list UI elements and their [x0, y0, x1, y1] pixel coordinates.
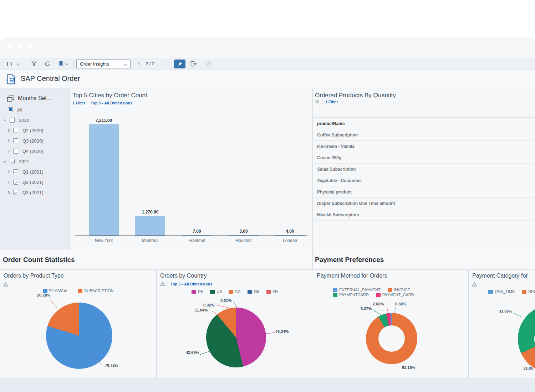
filter-link[interactable]: 1 Filter	[325, 100, 338, 104]
legend-item[interactable]: INVOICE	[388, 288, 410, 292]
table-row[interactable]: Cream 250g	[313, 152, 535, 164]
cell-product-name: Diaper Subscription One Time amount	[317, 201, 395, 206]
months-filter-panel: Months Sel... All 2020 Q2 (2020)	[0, 88, 70, 250]
x-axis-label: Frankfurt	[174, 238, 220, 243]
chevron-down-icon[interactable]	[16, 62, 20, 66]
payment-category-donut-chart[interactable]	[518, 305, 535, 373]
bar-slot: 7.00	[174, 117, 220, 236]
legend-item[interactable]: US	[210, 289, 222, 294]
bar-new-york[interactable]	[89, 124, 119, 236]
chevron-down-icon[interactable]	[65, 62, 69, 66]
checkbox-partial[interactable]	[8, 107, 13, 112]
checkbox-checked[interactable]	[13, 180, 18, 185]
legend-item[interactable]: PAYMENT_CARD	[376, 293, 414, 297]
legend-label: US	[216, 289, 222, 294]
top5-cities-chart-panel: Top 5 Cities by Order Count 1 Filter Top…	[70, 88, 313, 250]
filter-divider	[168, 282, 168, 286]
central-order-app-icon	[5, 73, 17, 85]
table-header-row[interactable]: productName	[313, 118, 535, 129]
table-row[interactable]: Coffee Subscription	[313, 129, 535, 141]
expander-collapsed-icon[interactable]	[7, 170, 10, 173]
tree-item-q3-2021[interactable]: Q3 (2021)	[7, 188, 44, 197]
label-leader-line	[217, 305, 233, 309]
bar-montreal[interactable]	[135, 216, 165, 236]
product-type-pie-chart[interactable]	[46, 303, 112, 369]
bookmark-icon[interactable]	[58, 61, 64, 67]
expander-expanded-icon[interactable]	[3, 118, 6, 121]
tree-item-all[interactable]: All	[8, 105, 22, 114]
tree-item-q2-2021[interactable]: Q2 (2021)	[7, 178, 44, 186]
expander-expanded-icon[interactable]	[3, 159, 6, 162]
tree-item-q2-2020[interactable]: Q2 (2020)	[7, 126, 44, 135]
legend-item[interactable]: REC	[522, 289, 535, 294]
checkbox-unchecked[interactable]	[13, 149, 18, 154]
top5-dimensions-link[interactable]: Top 5 - All Dimensions	[170, 282, 212, 286]
table-row[interactable]: Salad Subscription	[313, 164, 535, 175]
warning-icon	[472, 282, 477, 287]
filter-divider	[322, 100, 322, 104]
slice-label: 46.24%	[275, 329, 289, 334]
dimension-icon	[7, 95, 15, 102]
tree-item-label: Q4 (2020)	[22, 149, 44, 154]
bar-slot: 7,211.00	[81, 117, 127, 236]
previous-page-icon[interactable]	[138, 62, 142, 66]
table-row[interactable]: Mealkit Subscription	[313, 209, 535, 221]
expander-collapsed-icon[interactable]	[7, 191, 10, 194]
legend-item[interactable]: GB	[248, 289, 260, 294]
checkbox-checked[interactable]	[13, 190, 18, 195]
country-pie-chart[interactable]	[206, 308, 266, 367]
legend-item[interactable]: ONE_TIME	[488, 289, 515, 294]
chart-legend: PHYSICAL SUBSCRIPTION	[0, 289, 156, 293]
checkbox-unchecked[interactable]	[13, 138, 18, 143]
legend-swatch	[388, 288, 392, 292]
table-row[interactable]: Diaper Subscription One Time amount	[313, 198, 535, 209]
column-header: productName	[317, 121, 345, 126]
page-selector-dropdown[interactable]: Order Insights	[76, 60, 131, 68]
payment-method-donut-chart[interactable]	[366, 313, 417, 364]
page-selector-value: Order Insights	[80, 61, 109, 67]
expander-collapsed-icon[interactable]	[7, 181, 10, 184]
filter-icon[interactable]	[31, 61, 37, 67]
expander-collapsed-icon[interactable]	[7, 139, 10, 142]
exit-icon[interactable]	[190, 61, 197, 67]
table-row[interactable]: Vegetable - Cucumber	[313, 175, 535, 186]
legend-item[interactable]: EXTERNAL_PAYMENT	[333, 288, 381, 292]
refresh-icon[interactable]	[44, 61, 51, 67]
table-settings-icon[interactable]: ⚙	[315, 99, 319, 104]
bar-slot: 1,270.00	[127, 117, 173, 236]
label-leader-line	[234, 301, 237, 308]
checkbox-unchecked[interactable]	[13, 128, 18, 133]
expander-collapsed-icon[interactable]	[7, 150, 10, 153]
tree-item-label: Q3 (2021)	[22, 190, 44, 195]
top5-dimensions-link[interactable]: Top 5 - All Dimensions	[91, 101, 132, 105]
tree-item-q3-2020[interactable]: Q3 (2020)	[7, 136, 44, 145]
next-page-icon[interactable]	[160, 62, 164, 66]
legend-item[interactable]: DE	[192, 289, 203, 294]
slice-label: 31.85	[523, 366, 533, 370]
tree-item-q4-2020[interactable]: Q4 (2020)	[7, 147, 44, 155]
script-braces-icon[interactable]: { }	[6, 61, 12, 66]
filter-link[interactable]: 1 Filter	[72, 101, 85, 105]
label-leader-line	[374, 310, 382, 315]
x-axis-label: Houston	[220, 238, 267, 243]
tree-item-label: All	[17, 107, 22, 113]
pin-button[interactable]	[174, 60, 185, 68]
tree-item-2021[interactable]: 2021	[4, 157, 29, 166]
legend-label: FR	[273, 289, 278, 294]
legend-item[interactable]: SUBSCRIPTION	[78, 289, 114, 293]
checkbox-checked[interactable]	[10, 159, 15, 164]
legend-swatch	[229, 290, 233, 294]
table-row[interactable]: Physical product	[313, 186, 535, 198]
legend-label: REC	[528, 289, 535, 294]
table-row[interactable]: Ice-cream - Vanilla	[313, 141, 535, 152]
legend-item[interactable]: PHYSICAL	[43, 289, 68, 293]
legend-item[interactable]: FR	[266, 289, 278, 294]
tree-item-q1-2021[interactable]: Q1 (2021)	[7, 167, 44, 176]
x-axis-label: London	[267, 238, 313, 243]
checkbox-checked[interactable]	[13, 169, 18, 174]
tree-item-2020[interactable]: 2020	[4, 116, 29, 124]
legend-item[interactable]: PAYMENTCARD	[333, 293, 369, 297]
checkbox-unchecked[interactable]	[10, 118, 15, 123]
expander-collapsed-icon[interactable]	[7, 129, 10, 132]
legend-item[interactable]: CA	[229, 289, 240, 294]
